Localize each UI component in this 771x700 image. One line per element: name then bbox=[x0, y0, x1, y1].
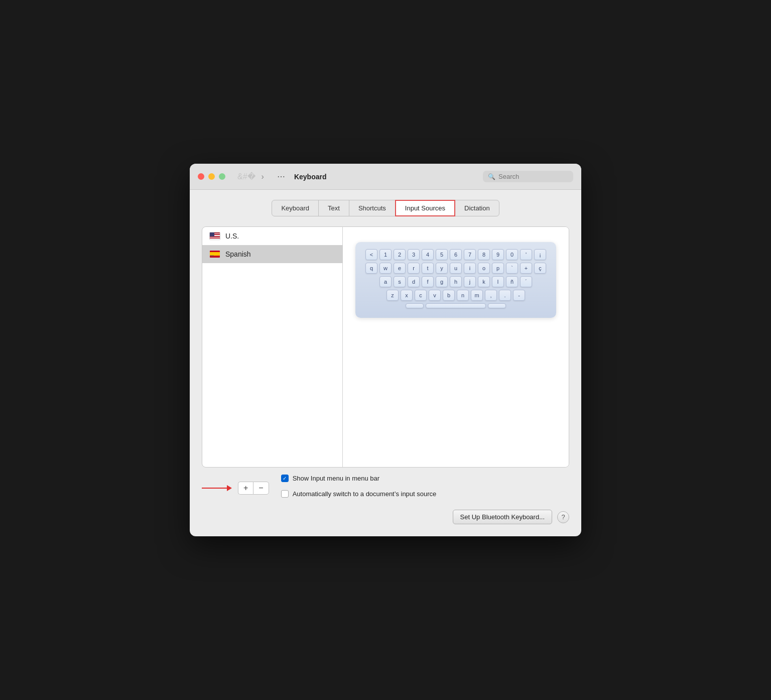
key-comma: , bbox=[485, 290, 497, 301]
key-y: y bbox=[436, 263, 448, 274]
key-k: k bbox=[478, 276, 490, 287]
auto-switch-checkbox[interactable] bbox=[281, 490, 289, 498]
key-6: 6 bbox=[450, 249, 462, 260]
key-plus: + bbox=[520, 263, 532, 274]
key-right-mod bbox=[488, 303, 506, 308]
show-input-menu-checkbox[interactable] bbox=[281, 475, 289, 482]
key-row-4: z x c v b n m , . - bbox=[363, 290, 548, 301]
key-f: f bbox=[422, 276, 434, 287]
key-t: t bbox=[422, 263, 434, 274]
sources-list: U.S. Spanish bbox=[202, 227, 343, 467]
remove-source-button[interactable]: − bbox=[253, 482, 269, 495]
key-a: a bbox=[379, 276, 392, 287]
key-3: 3 bbox=[408, 249, 420, 260]
bluetooth-keyboard-button[interactable]: Set Up Bluetooth Keyboard... bbox=[453, 510, 552, 524]
key-m: m bbox=[471, 290, 483, 301]
keyboard-visual: < 1 2 3 4 5 6 7 8 9 0 ' ¡ bbox=[355, 242, 556, 318]
key-8: 8 bbox=[478, 249, 490, 260]
close-button[interactable] bbox=[198, 173, 204, 180]
tab-shortcuts[interactable]: Shortcuts bbox=[349, 200, 396, 216]
auto-switch-row: Automatically switch to a document’s inp… bbox=[281, 490, 569, 498]
minimize-button[interactable] bbox=[208, 173, 215, 180]
flag-es-icon bbox=[209, 250, 220, 258]
key-space bbox=[426, 303, 486, 308]
key-period: . bbox=[499, 290, 511, 301]
flag-us-icon bbox=[209, 232, 220, 240]
key-x: x bbox=[401, 290, 413, 301]
show-input-menu-label: Show Input menu in menu bar bbox=[293, 475, 379, 482]
search-box[interactable]: 🔍 bbox=[483, 171, 573, 182]
arrow-indicator bbox=[202, 485, 232, 491]
key-c: c bbox=[415, 290, 427, 301]
key-row-5 bbox=[363, 303, 548, 308]
add-source-button[interactable]: + bbox=[238, 482, 253, 495]
key-b: b bbox=[443, 290, 455, 301]
key-backtick: ` bbox=[506, 263, 518, 274]
source-spanish[interactable]: Spanish bbox=[202, 245, 342, 263]
add-remove-buttons: + − bbox=[238, 482, 269, 495]
source-us-label: U.S. bbox=[225, 232, 239, 240]
key-o: o bbox=[478, 263, 490, 274]
key-row-1: < 1 2 3 4 5 6 7 8 9 0 ' ¡ bbox=[363, 249, 548, 260]
main-panel: U.S. Spanish < 1 2 3 4 5 bbox=[202, 226, 569, 468]
key-fn bbox=[406, 303, 424, 308]
arrow-head bbox=[227, 485, 232, 491]
back-button[interactable]: &#� bbox=[235, 171, 258, 182]
navigation-buttons: &#� › bbox=[235, 171, 266, 182]
window-title: Keyboard bbox=[294, 173, 477, 181]
forward-button[interactable]: › bbox=[260, 171, 266, 182]
key-z: z bbox=[387, 290, 399, 301]
maximize-button[interactable] bbox=[219, 173, 225, 180]
key-q: q bbox=[365, 263, 377, 274]
key-d: d bbox=[408, 276, 420, 287]
key-j: j bbox=[464, 276, 476, 287]
key-i: i bbox=[464, 263, 476, 274]
key-cedilla: ç bbox=[534, 263, 546, 274]
key-p: p bbox=[492, 263, 504, 274]
source-us[interactable]: U.S. bbox=[202, 227, 342, 245]
key-g: g bbox=[436, 276, 448, 287]
key-row-3: a s d f g h j k l ñ ´ bbox=[363, 276, 548, 287]
tab-dictation[interactable]: Dictation bbox=[455, 200, 499, 216]
key-acute: ´ bbox=[520, 276, 532, 287]
key-9: 9 bbox=[492, 249, 504, 260]
key-row-2: q w e r t y u i o p ` + ç bbox=[363, 263, 548, 274]
auto-switch-label: Automatically switch to a document’s inp… bbox=[293, 490, 437, 498]
key-l: l bbox=[492, 276, 504, 287]
key-apostrophe: ' bbox=[520, 249, 532, 260]
key-n: n bbox=[457, 290, 469, 301]
add-remove-row: + − Show Input menu in menu bar Automati… bbox=[202, 475, 569, 502]
key-lt: < bbox=[365, 249, 377, 260]
tab-text[interactable]: Text bbox=[318, 200, 349, 216]
key-w: w bbox=[379, 263, 392, 274]
key-inverted-exclaim: ¡ bbox=[534, 249, 546, 260]
bottom-bar: Set Up Bluetooth Keyboard... ? bbox=[202, 510, 569, 524]
key-s: s bbox=[394, 276, 406, 287]
show-input-menu-row: Show Input menu in menu bar bbox=[281, 475, 569, 482]
key-0: 0 bbox=[506, 249, 518, 260]
titlebar: &#� › ⋯ Keyboard 🔍 bbox=[190, 164, 581, 190]
source-spanish-label: Spanish bbox=[225, 250, 251, 258]
key-dash: - bbox=[513, 290, 525, 301]
key-r: r bbox=[408, 263, 420, 274]
key-h: h bbox=[450, 276, 462, 287]
key-7: 7 bbox=[464, 249, 476, 260]
key-5: 5 bbox=[436, 249, 448, 260]
tab-keyboard[interactable]: Keyboard bbox=[272, 200, 319, 216]
tab-input-sources[interactable]: Input Sources bbox=[395, 200, 455, 216]
key-1: 1 bbox=[379, 249, 392, 260]
key-4: 4 bbox=[422, 249, 434, 260]
key-e: e bbox=[394, 263, 406, 274]
keyboard-preview-area: < 1 2 3 4 5 6 7 8 9 0 ' ¡ bbox=[343, 227, 569, 467]
search-input[interactable] bbox=[498, 173, 568, 180]
apps-grid-button[interactable]: ⋯ bbox=[274, 171, 288, 182]
tabs-bar: Keyboard Text Shortcuts Input Sources Di… bbox=[202, 200, 569, 216]
key-2: 2 bbox=[394, 249, 406, 260]
help-button[interactable]: ? bbox=[557, 511, 569, 523]
arrow-line bbox=[202, 488, 227, 489]
keyboard-preferences-window: &#� › ⋯ Keyboard 🔍 Keyboard Text Shortcu… bbox=[190, 164, 581, 536]
traffic-lights bbox=[198, 173, 225, 180]
content-area: Keyboard Text Shortcuts Input Sources Di… bbox=[190, 190, 581, 536]
search-icon: 🔍 bbox=[488, 173, 495, 180]
key-v: v bbox=[429, 290, 441, 301]
